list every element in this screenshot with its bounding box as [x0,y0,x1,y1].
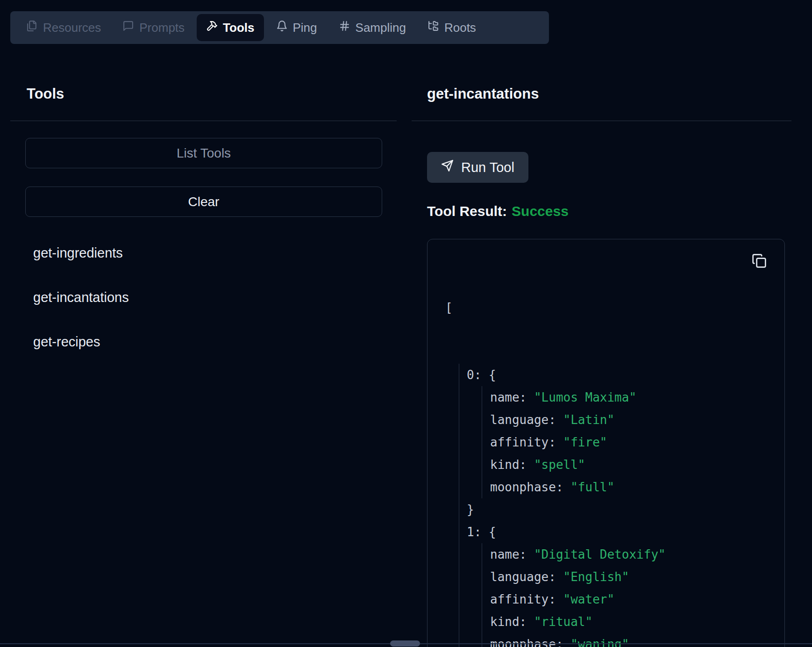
tab-label: Prompts [139,21,185,35]
tools-panel-title: Tools [27,84,397,104]
tool-item-get-incantations[interactable]: get-incantations [33,286,397,309]
top-nav: Resources Prompts Tools Ping Sampling Ro… [10,11,549,44]
list-tools-button[interactable]: List Tools [25,138,382,168]
run-tool-button[interactable]: Run Tool [427,152,528,183]
tab-tools[interactable]: Tools [197,14,264,41]
tool-result-line: Tool Result:Success [427,201,791,221]
run-tool-label: Run Tool [461,160,514,175]
files-icon [26,20,38,35]
tab-sampling[interactable]: Sampling [329,14,415,41]
json-viewer: [ 0: {name: "Lumos Maxima"language: "Lat… [427,239,784,647]
copy-button[interactable] [752,253,767,268]
tab-resources[interactable]: Resources [17,14,110,41]
horizontal-scrollbar-thumb[interactable] [390,640,420,647]
tab-label: Sampling [356,21,406,35]
tab-label: Roots [444,21,476,35]
json-array: 0: {name: "Lumos Maxima"language: "Latin… [459,364,784,647]
tools-panel: Tools List Tools Clear get-ingredients g… [10,44,397,375]
json-object: name: "Digital Detoxify"language: "Engli… [482,543,784,647]
tool-result-status: Success [512,203,569,219]
tab-ping[interactable]: Ping [267,14,327,41]
send-icon [441,159,454,175]
tab-label: Ping [293,21,317,35]
bell-icon [276,20,288,35]
tool-item-get-recipes[interactable]: get-recipes [33,331,397,353]
message-square-icon [122,20,134,35]
result-json-box[interactable]: [ 0: {name: "Lumos Maxima"language: "Lat… [427,239,785,647]
tool-item-get-ingredients[interactable]: get-ingredients [33,242,397,264]
tool-result-label: Tool Result: [427,203,507,219]
tool-detail-divider [412,121,791,121]
copy-icon [752,263,767,270]
tool-detail-panel: get-incantations Run Tool Tool Result:Su… [412,44,791,647]
tab-label: Tools [223,21,254,35]
tab-label: Resources [43,21,101,35]
tools-panel-divider [10,121,397,121]
json-object: name: "Lumos Maxima"language: "Latin"aff… [482,386,784,498]
tool-list: get-ingredients get-incantations get-rec… [10,242,397,353]
json-open-bracket: [ [445,296,784,319]
hammer-icon [206,20,218,35]
tab-roots[interactable]: Roots [418,14,485,41]
folder-tree-icon [427,20,439,35]
clear-button[interactable]: Clear [25,187,382,217]
hash-icon [339,20,350,35]
selected-tool-title: get-incantations [427,84,791,104]
tab-prompts[interactable]: Prompts [113,14,194,41]
